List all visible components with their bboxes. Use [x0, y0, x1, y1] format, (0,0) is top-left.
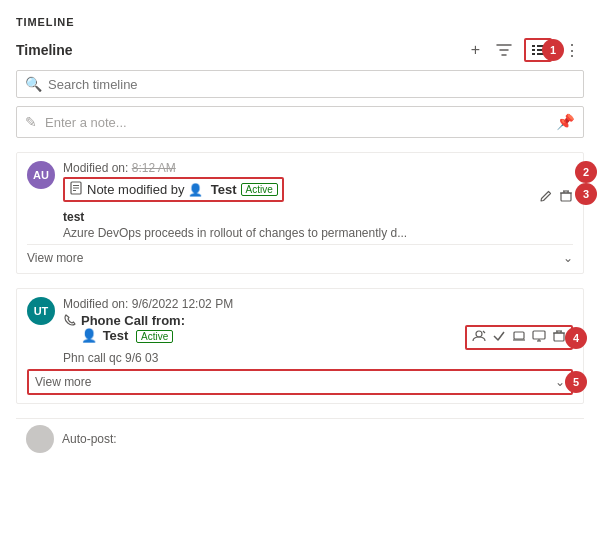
note-content-title: test [63, 210, 573, 224]
phone-delete-icon[interactable] [552, 329, 566, 346]
timeline-label: Timeline [16, 42, 73, 58]
note-doc-icon [69, 181, 83, 198]
delete-icon[interactable] [559, 189, 573, 206]
check-icon[interactable] [492, 329, 506, 346]
auto-post-bar: Auto-post: [16, 418, 584, 459]
section-title: TIMELINE [16, 16, 584, 28]
search-bar[interactable]: 🔍 [16, 70, 584, 98]
active-badge: Active [241, 183, 278, 196]
chevron-down-icon: ⌄ [563, 251, 573, 265]
timeline-item-phone: UT Modified on: 9/6/2022 12:02 PM Phone … [16, 288, 584, 404]
item-meta: Modified on: 8:12 AM Note modifi [63, 161, 573, 206]
svg-rect-4 [532, 53, 535, 55]
svg-rect-2 [532, 49, 535, 51]
modified-on-label: Modified on: 8:12 AM [63, 161, 573, 175]
svg-point-15 [476, 331, 482, 337]
auto-post-avatar [26, 425, 54, 453]
phone-content: Phn call qc 9/6 03 [63, 351, 573, 365]
search-input[interactable] [48, 77, 575, 92]
label-1: 1 [542, 39, 564, 61]
edit-icon[interactable] [539, 189, 553, 206]
note-input-bar[interactable]: ✎ Enter a note... 📌 [16, 106, 584, 138]
svg-rect-0 [532, 45, 535, 47]
assign-icon[interactable] [472, 329, 486, 346]
note-view-more[interactable]: View more ⌄ [27, 244, 573, 265]
note-item-actions [539, 189, 573, 206]
label-4: 4 [565, 327, 587, 349]
phone-action-icons: 4 [465, 325, 573, 350]
phone-user-name: Test [103, 328, 129, 343]
label-3: 3 [575, 183, 597, 205]
label-2: 2 [575, 161, 597, 183]
svg-line-16 [483, 331, 485, 333]
search-icon: 🔍 [25, 76, 42, 92]
note-item-content: test Azure DevOps proceeds in rollout of… [63, 210, 573, 240]
svg-rect-19 [533, 331, 545, 339]
auto-post-label: Auto-post: [62, 432, 117, 446]
header-actions: + 1 ⋮ [467, 38, 584, 62]
note-title-row: Note modified by 👤 Test Active [63, 177, 284, 202]
avatar-au: AU [27, 161, 55, 189]
timeline-header: Timeline + 1 ⋮ [16, 38, 584, 62]
svg-rect-22 [554, 333, 564, 341]
filter-button[interactable] [492, 40, 516, 60]
phone-content-preview: Phn call qc 9/6 03 [63, 351, 573, 365]
phone-user-icon: 👤 [81, 328, 97, 343]
pencil-icon: ✎ [25, 114, 37, 130]
svg-rect-10 [561, 193, 571, 201]
phone-icon [63, 313, 77, 330]
add-button[interactable]: + [467, 39, 484, 61]
monitor-icon[interactable] [532, 329, 546, 346]
timeline-item-note: AU Modified on: 8:12 AM [16, 152, 584, 274]
laptop-icon[interactable] [512, 329, 526, 346]
avatar-ut: UT [27, 297, 55, 325]
note-title-text: Note modified by 👤 Test [87, 182, 237, 197]
svg-rect-17 [514, 332, 524, 339]
note-placeholder: Enter a note... [45, 115, 556, 130]
chevron-down-icon-2: ⌄ [555, 375, 565, 389]
item-header: AU Modified on: 8:12 AM [27, 161, 573, 206]
phone-view-more[interactable]: View more ⌄ 5 [27, 369, 573, 395]
note-content-preview: Azure DevOps proceeds in rollout of chan… [63, 226, 573, 240]
phone-active-badge: Active [136, 330, 173, 343]
attach-icon[interactable]: 📌 [556, 113, 575, 131]
phone-call-title: Phone Call from: [81, 313, 185, 328]
list-view-button[interactable]: 1 [524, 38, 552, 62]
user-icon: 👤 [188, 183, 203, 197]
label-5: 5 [565, 371, 587, 393]
phone-modified-on: Modified on: 9/6/2022 12:02 PM [63, 297, 573, 311]
